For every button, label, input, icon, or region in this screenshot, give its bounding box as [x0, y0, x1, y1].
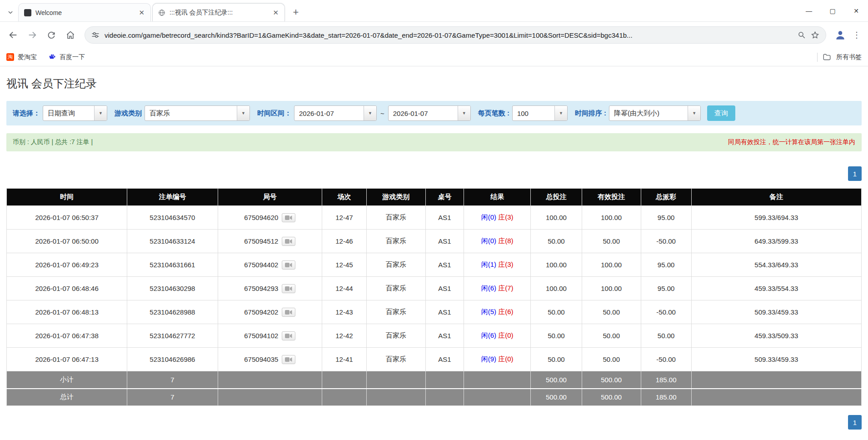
chevron-down-icon[interactable]: ▼: [364, 106, 376, 120]
date-range-label: 时间区间：: [257, 109, 291, 118]
bet-id: 523104633124: [127, 230, 218, 253]
player-result: 闲(1): [481, 260, 496, 268]
video-replay-button[interactable]: [282, 355, 295, 364]
address-bar[interactable]: videoie.com/game/betrecord_search/kind3?…: [85, 26, 826, 44]
subtotal-label: 小计: [7, 371, 127, 389]
chevron-down-icon[interactable]: ▼: [237, 106, 249, 120]
home-button[interactable]: [62, 26, 79, 44]
banker-result: 庄(0): [498, 355, 513, 363]
player-result: 闲(6): [481, 284, 496, 292]
subtotal-payout: 185.00: [641, 371, 691, 389]
all-bookmarks-label[interactable]: 所有书签: [836, 53, 862, 61]
total-bet-link[interactable]: 100.00: [530, 253, 582, 277]
filter-bar: 请选择： 日期查询 ▼ 游戏类别 百家乐 ▼ 时间区间： 2026-01-07 …: [6, 101, 862, 125]
total-bet-link[interactable]: 100.00: [530, 277, 582, 300]
bet-time: 2026-01-07 06:50:00: [7, 230, 127, 253]
payout: 95.00: [641, 206, 691, 230]
date-start-select[interactable]: 2026-01-07 ▼: [294, 105, 377, 121]
search-button[interactable]: 查询: [707, 105, 735, 121]
bet-time: 2026-01-07 06:47:38: [7, 324, 127, 348]
total-bet-link[interactable]: 50.00: [530, 300, 582, 324]
menu-kebab-icon[interactable]: ⋮: [853, 30, 861, 40]
site-info-icon[interactable]: [91, 31, 100, 39]
video-replay-button[interactable]: [282, 237, 295, 246]
tab-close-icon[interactable]: ✕: [136, 8, 147, 18]
table-number: AS1: [425, 324, 464, 348]
banker-result: 庄(3): [498, 213, 513, 221]
globe-favicon-icon: [158, 9, 165, 16]
bookmark-taobao[interactable]: 淘 爱淘宝: [6, 53, 37, 61]
valid-bet: 100.00: [582, 253, 641, 277]
tab-close-icon[interactable]: ✕: [270, 8, 281, 18]
bookmarks-divider: [817, 53, 818, 62]
tab-search-icon[interactable]: [3, 3, 18, 21]
query-type-select[interactable]: 日期查询 ▼: [43, 105, 107, 121]
total-bet-link[interactable]: 50.00: [530, 348, 582, 371]
tab-bet-record[interactable]: :::视讯 会员下注纪录::: ✕: [152, 3, 285, 21]
bookmark-baidu[interactable]: 百度一下: [49, 53, 85, 61]
page-1-button[interactable]: 1: [848, 415, 862, 430]
game-type-cell: 百家乐: [366, 324, 425, 348]
game-type-cell: 百家乐: [366, 253, 425, 277]
bookmark-star-icon[interactable]: [811, 31, 819, 40]
window-maximize-button[interactable]: ▢: [821, 0, 844, 22]
valid-bet: 50.00: [582, 348, 641, 371]
chevron-down-icon[interactable]: ▼: [94, 106, 107, 120]
chevron-down-icon[interactable]: ▼: [458, 106, 470, 120]
note: 509.33/459.33: [691, 348, 861, 371]
new-tab-button[interactable]: +: [288, 5, 304, 20]
video-replay-button[interactable]: [282, 260, 295, 270]
window-close-button[interactable]: ✕: [844, 0, 868, 22]
page-size-select[interactable]: 100 ▼: [512, 105, 568, 121]
bet-record-table: 时间 注单编号 局号 场次 游戏类别 桌号 结果 总投注 有效投注 总派彩 备注…: [6, 188, 862, 406]
tab-welcome[interactable]: Welcome ✕: [18, 3, 151, 21]
chevron-down-icon[interactable]: ▼: [688, 106, 700, 120]
session-number: 12-41: [322, 348, 367, 371]
tab-strip: Welcome ✕ :::视讯 会员下注纪录::: ✕ + — ▢ ✕: [0, 0, 868, 22]
video-replay-button[interactable]: [282, 284, 295, 293]
round-id: 675094202: [244, 308, 278, 316]
baidu-paw-icon: [49, 54, 56, 61]
bet-time: 2026-01-07 06:47:13: [7, 348, 127, 371]
profile-avatar[interactable]: [834, 29, 846, 41]
bet-time: 2026-01-07 06:48:46: [7, 277, 127, 300]
banker-result: 庄(0): [498, 331, 513, 339]
date-end-select[interactable]: 2026-01-07 ▼: [388, 105, 471, 121]
video-replay-button[interactable]: [282, 213, 295, 222]
game-type-cell: 百家乐: [366, 230, 425, 253]
reload-button[interactable]: [43, 26, 60, 44]
subtotal-total-bet: 500.00: [530, 371, 582, 389]
bet-id: 523104626986: [127, 348, 218, 371]
session-number: 12-42: [322, 324, 367, 348]
browser-toolbar: videoie.com/game/betrecord_search/kind3?…: [0, 22, 868, 48]
valid-bet: 50.00: [582, 300, 641, 324]
page-1-button[interactable]: 1: [848, 166, 862, 181]
result-cell: 闲(6) 庄(7): [464, 277, 531, 300]
result-cell: 闲(0) 庄(3): [464, 206, 531, 230]
total-bet-link[interactable]: 100.00: [530, 206, 582, 230]
zoom-icon[interactable]: [798, 31, 806, 39]
note: 554.33/649.33: [691, 253, 861, 277]
taobao-icon: 淘: [6, 53, 14, 61]
video-replay-button[interactable]: [282, 331, 295, 340]
round-id: 675094035: [244, 355, 278, 363]
game-type-cell: 百家乐: [366, 206, 425, 230]
forward-button[interactable]: [24, 26, 41, 44]
game-type-cell: 百家乐: [366, 300, 425, 324]
video-replay-button[interactable]: [282, 308, 295, 317]
subtotal-count: 7: [127, 371, 218, 389]
game-type-select[interactable]: 百家乐 ▼: [145, 105, 250, 121]
back-button[interactable]: [5, 26, 22, 44]
total-bet-link[interactable]: 50.00: [530, 230, 582, 253]
result-cell: 闲(5) 庄(6): [464, 300, 531, 324]
window-minimize-button[interactable]: —: [797, 0, 821, 22]
round-cell: 675094202: [218, 300, 322, 324]
payout: -50.00: [641, 300, 691, 324]
chevron-down-icon[interactable]: ▼: [554, 106, 567, 120]
total-label: 总计: [7, 389, 127, 406]
payout: 50.00: [641, 324, 691, 348]
sort-order-select[interactable]: 降幂(由大到小) ▼: [609, 105, 701, 121]
note: 649.33/599.33: [691, 230, 861, 253]
note: 459.33/509.33: [691, 324, 861, 348]
total-bet-link[interactable]: 50.00: [530, 324, 582, 348]
